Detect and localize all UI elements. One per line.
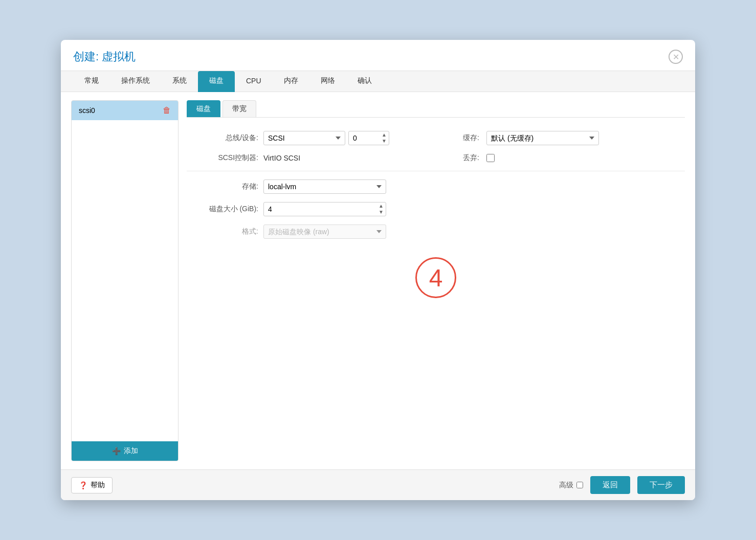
- back-button[interactable]: 返回: [590, 476, 630, 494]
- advanced-wrap: 高级: [559, 481, 583, 490]
- sub-tab-bandwidth[interactable]: 带宽: [223, 100, 256, 117]
- sidebar-item-label: scsi0: [79, 106, 95, 115]
- tab-cpu[interactable]: CPU: [235, 71, 273, 92]
- disk-form: 总线/设备: SCSI IDE SATA VirtIO: [187, 126, 685, 461]
- plus-icon: ➕: [112, 447, 121, 455]
- tab-general[interactable]: 常规: [73, 71, 110, 92]
- sub-tab-bar: 磁盘 带宽: [187, 100, 685, 118]
- device-spinner: ▲ ▼: [380, 131, 388, 145]
- device-up-btn[interactable]: ▲: [380, 132, 388, 138]
- disk-size-wrap: ▲ ▼: [263, 202, 386, 216]
- help-label: 帮助: [91, 481, 105, 490]
- add-label: 添加: [124, 446, 138, 456]
- tab-system[interactable]: 系统: [161, 71, 198, 92]
- sidebar-item-scsi0[interactable]: scsi0 🗑: [72, 101, 178, 120]
- disk-size-up-btn[interactable]: ▲: [377, 203, 385, 209]
- cache-label: 缓存:: [449, 133, 479, 143]
- step-circle: 4: [415, 257, 456, 298]
- disk-size-label: 磁盘大小 (GiB):: [187, 205, 258, 214]
- next-button[interactable]: 下一步: [637, 476, 685, 494]
- tab-confirm[interactable]: 确认: [346, 71, 383, 92]
- discard-checkbox[interactable]: [486, 154, 495, 162]
- scsi-controller-value: VirtIO SCSI: [263, 154, 300, 162]
- help-icon: ❓: [79, 481, 87, 489]
- tab-memory[interactable]: 内存: [273, 71, 309, 92]
- tab-disk[interactable]: 磁盘: [198, 71, 235, 92]
- advanced-checkbox[interactable]: [576, 482, 583, 488]
- scsi-controller-label: SCSI控制器:: [187, 153, 258, 163]
- storage-label: 存储:: [187, 182, 258, 191]
- discard-checkbox-wrap: [486, 154, 495, 162]
- dialog-footer: ❓ 帮助 高级 返回 下一步: [61, 469, 695, 500]
- sub-tab-disk[interactable]: 磁盘: [187, 100, 220, 117]
- tab-bar: 常规 操作系统 系统 磁盘 CPU 内存 网络 确认: [61, 71, 695, 92]
- footer-right: 高级 返回 下一步: [559, 476, 685, 494]
- format-select[interactable]: 原始磁盘映像 (raw) QEMU 映像格式 (qcow2): [263, 224, 386, 239]
- create-vm-dialog: 创建: 虚拟机 ✕ 常规 操作系统 系统 磁盘 CPU 内存 网络 确认 scs…: [61, 40, 695, 500]
- tab-network[interactable]: 网络: [309, 71, 346, 92]
- dialog-body: scsi0 🗑 ➕ 添加 磁盘 带宽 总线/设备:: [61, 92, 695, 469]
- storage-select[interactable]: local-lvm local: [263, 179, 386, 194]
- discard-label: 丢弃:: [449, 153, 479, 163]
- bus-select[interactable]: SCSI IDE SATA VirtIO: [263, 131, 345, 145]
- bus-device-label: 总线/设备:: [187, 133, 258, 143]
- disk-size-spinner: ▲ ▼: [377, 202, 385, 216]
- disk-sidebar: scsi0 🗑 ➕ 添加: [71, 100, 179, 461]
- disk-size-down-btn[interactable]: ▼: [377, 209, 385, 215]
- step-number: 4: [429, 264, 443, 292]
- footer-left: ❓ 帮助: [71, 477, 113, 493]
- content-area: 磁盘 带宽 总线/设备: SCSI IDE SATA VirtIO: [187, 100, 685, 461]
- close-button[interactable]: ✕: [669, 50, 683, 64]
- dialog-header: 创建: 虚拟机 ✕: [61, 40, 695, 71]
- tab-os[interactable]: 操作系统: [110, 71, 161, 92]
- add-disk-button[interactable]: ➕ 添加: [72, 441, 178, 461]
- help-button[interactable]: ❓ 帮助: [71, 477, 113, 493]
- advanced-label: 高级: [559, 481, 573, 490]
- device-number-wrap: ▲ ▼: [348, 131, 389, 145]
- close-icon: ✕: [673, 52, 679, 62]
- format-label: 格式:: [187, 227, 258, 236]
- cache-select[interactable]: 默认 (无缓存) 无缓存 写入直通: [486, 131, 599, 145]
- dialog-title: 创建: 虚拟机: [73, 49, 136, 71]
- disk-size-input[interactable]: [263, 202, 386, 216]
- bus-device-control: SCSI IDE SATA VirtIO ▲ ▼: [263, 131, 389, 145]
- delete-icon[interactable]: 🗑: [163, 106, 171, 115]
- sidebar-list: scsi0 🗑: [72, 101, 178, 441]
- step-indicator: 4: [187, 247, 685, 308]
- device-down-btn[interactable]: ▼: [380, 138, 388, 144]
